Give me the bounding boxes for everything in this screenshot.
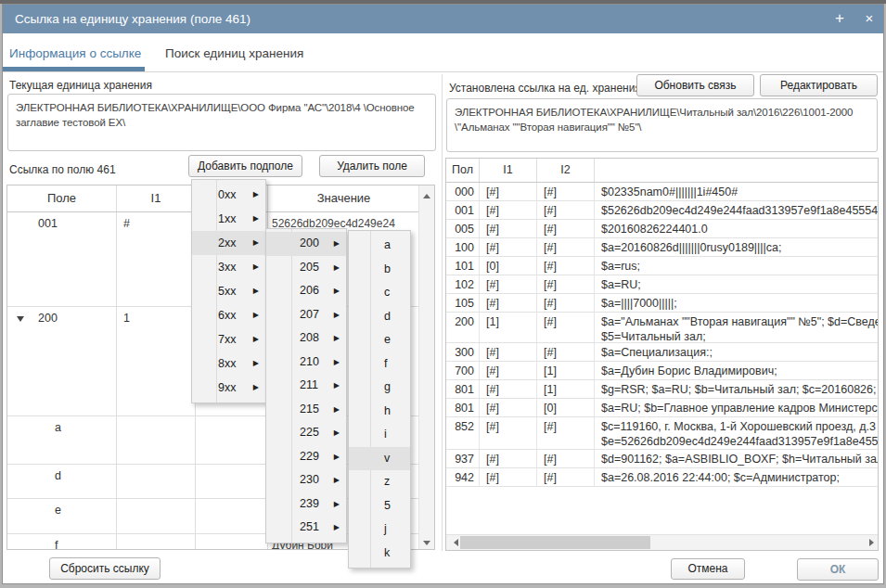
menu-item-229[interactable]: 229▶ <box>266 445 346 469</box>
i1-cell: [#] <box>480 380 537 398</box>
menu-item-v[interactable]: v <box>349 447 410 471</box>
ok-button[interactable]: ОК <box>797 558 879 581</box>
table-row[interactable]: 937[#][#]$d=901162; $a=ASBIBLIO_BOXF; $h… <box>446 450 878 468</box>
table-row[interactable]: 005[#][#]$20160826224401.0 <box>446 220 878 238</box>
field-cell: 005 <box>446 220 480 237</box>
menu-item-h[interactable]: h <box>349 400 410 424</box>
column-header-value[interactable] <box>595 159 878 182</box>
cancel-button[interactable]: Отмена <box>671 558 745 580</box>
menu-item-label: j <box>384 522 387 535</box>
tab-search-units[interactable]: Поиск единиц хранения <box>165 41 303 67</box>
menu-item-9xx[interactable]: 9xx▶ <box>192 376 265 400</box>
column-header-i1[interactable]: I1 <box>480 159 537 182</box>
right-table-body: 000[#][#]$02335nam0#|||||||1i#450#001[#]… <box>446 183 878 487</box>
submenu-arrow-icon: ▶ <box>334 398 340 422</box>
field-label: f <box>55 539 58 550</box>
menu-item-g[interactable]: g <box>349 376 410 400</box>
field-cell: 200 <box>7 307 117 415</box>
menu-item-206[interactable]: 206▶ <box>266 279 346 303</box>
table-row[interactable]: 000[#][#]$02335nam0#|||||||1i#450# <box>446 183 878 201</box>
i2-cell: [#] <box>537 468 595 486</box>
table-row[interactable]: 101[0][#]$a=rus; <box>446 257 878 275</box>
column-header-field[interactable]: Пол <box>446 159 480 182</box>
menu-item-c[interactable]: c <box>349 281 410 305</box>
menu-item-239[interactable]: 239▶ <box>266 492 346 517</box>
scroll-left-icon[interactable] <box>446 535 459 550</box>
panel-splitter <box>442 74 443 551</box>
i2-cell: [#] <box>537 313 595 342</box>
menu-item-208[interactable]: 208▶ <box>266 326 346 351</box>
menu-item-0xx[interactable]: 0xx▶ <box>192 183 265 207</box>
menu-item-207[interactable]: 207▶ <box>266 303 346 327</box>
menu-item-251[interactable]: 251▶ <box>266 516 346 540</box>
menu-item-1xx[interactable]: 1xx▶ <box>192 207 265 231</box>
menu-item-e[interactable]: e <box>349 328 410 352</box>
i2-cell: [#] <box>537 294 595 312</box>
close-icon[interactable]: × <box>859 5 880 33</box>
menu-item-k[interactable]: k <box>349 542 410 566</box>
value-cell: $20160826224401.0 <box>595 220 878 237</box>
menu-item-z[interactable]: z <box>349 470 410 494</box>
table-row[interactable]: 300[#][#]$a=Специализация:; <box>446 343 878 362</box>
table-row[interactable]: 852[#][#]$c=119160, г. Москва, 1-й Хорош… <box>446 417 878 450</box>
menu-item-f[interactable]: f <box>349 352 410 377</box>
vertical-scrollbar[interactable] <box>418 185 434 549</box>
i1-cell: [#] <box>480 362 537 379</box>
table-row[interactable]: 100[#][#]$a=20160826d|||||||0rusy0189|||… <box>446 238 878 257</box>
expand-arrow-icon[interactable] <box>17 316 24 322</box>
table-row[interactable]: 102[#][#]$a=RU; <box>446 275 878 294</box>
column-header-i1[interactable]: I1 <box>117 185 196 211</box>
menu-item-5[interactable]: 5 <box>349 494 410 518</box>
menu-item-210[interactable]: 210▶ <box>266 351 346 375</box>
table-row[interactable]: 105[#][#]$a=||||7000|||||; <box>446 294 878 313</box>
column-header-value[interactable]: Значение <box>268 185 419 211</box>
table-row[interactable]: 801[#][1]$g=RSR; $a=RU; $b=Читальный зал… <box>446 380 878 399</box>
menu-item-2xx[interactable]: 2xx▶ <box>192 231 265 255</box>
delete-field-button[interactable]: Удалить поле <box>319 155 425 177</box>
scroll-up-icon[interactable] <box>419 185 434 200</box>
reset-link-button[interactable]: Сбросить ссылку <box>49 557 161 580</box>
menu-item-j[interactable]: j <box>349 518 410 542</box>
column-header-field[interactable]: Поле <box>7 185 117 211</box>
scroll-right-icon[interactable] <box>865 535 878 550</box>
value-cell: $d=901162; $a=ASBIBLIO_BOXF; $h=Читальны… <box>595 450 878 467</box>
tab-link-info[interactable]: Информация о ссылке <box>9 41 141 67</box>
i1-cell <box>117 499 196 533</box>
current-unit-textbox: ЭЛЕКТРОННАЯ БИБЛИОТЕКА\ХРАНИЛИЩЕ\ООО Фир… <box>7 94 436 151</box>
scroll-down-icon[interactable] <box>419 534 434 549</box>
menu-item-a[interactable]: a <box>349 234 410 258</box>
menu-item-5xx[interactable]: 5xx▶ <box>192 279 265 303</box>
scrollbar-thumb[interactable] <box>460 536 650 549</box>
column-header-i2[interactable]: I2 <box>537 159 595 182</box>
table-row[interactable]: 801[#][0]$a=RU; $b=Главное управление ка… <box>446 399 878 417</box>
edit-button[interactable]: Редактировать <box>760 74 878 96</box>
menu-item-230[interactable]: 230▶ <box>266 468 346 492</box>
menu-item-205[interactable]: 205▶ <box>266 256 346 280</box>
menu-item-6xx[interactable]: 6xx▶ <box>192 303 265 327</box>
menu-item-label: d <box>384 310 391 323</box>
menu-item-215[interactable]: 215▶ <box>266 398 346 422</box>
submenu-arrow-icon: ▶ <box>253 255 259 279</box>
add-subfield-button[interactable]: Добавить подполе <box>188 155 302 177</box>
table-row[interactable]: 200[1][#]$a="Альманах ""Вторая навигация… <box>446 313 878 343</box>
linked-unit-textbox: ЭЛЕКТРОННАЯ БИБЛИОТЕКА\ХРАНИЛИЩЕ\Читальн… <box>446 98 878 152</box>
menu-item-3xx[interactable]: 3xx▶ <box>192 255 265 279</box>
menu-item-i[interactable]: i <box>349 423 410 447</box>
menu-item-7xx[interactable]: 7xx▶ <box>192 327 265 352</box>
i2-cell <box>196 499 268 533</box>
menu-item-8xx[interactable]: 8xx▶ <box>192 352 265 376</box>
table-row[interactable]: 001[#][#]$52626db209ec4d249e244faad31395… <box>446 201 878 220</box>
plus-icon[interactable]: + <box>829 5 850 33</box>
menu-item-225[interactable]: 225▶ <box>266 421 346 445</box>
menu-item-211[interactable]: 211▶ <box>266 374 346 398</box>
refresh-link-button[interactable]: Обновить связь <box>636 74 754 96</box>
context-menu-subfields: abcdefghivz5jk <box>348 230 411 569</box>
field-cell: 102 <box>446 275 480 293</box>
horizontal-scrollbar[interactable] <box>446 534 878 550</box>
table-row[interactable]: 942[#][#]$a=26.08.2016 22:44:00; $c=Адми… <box>446 468 878 487</box>
menu-item-b[interactable]: b <box>349 258 410 282</box>
menu-item-200[interactable]: 200▶ <box>266 232 346 256</box>
submenu-arrow-icon: ▶ <box>253 376 259 400</box>
table-row[interactable]: 700[#][1]$a=Дубин Борис Владимирович; <box>446 362 878 380</box>
menu-item-d[interactable]: d <box>349 305 410 329</box>
